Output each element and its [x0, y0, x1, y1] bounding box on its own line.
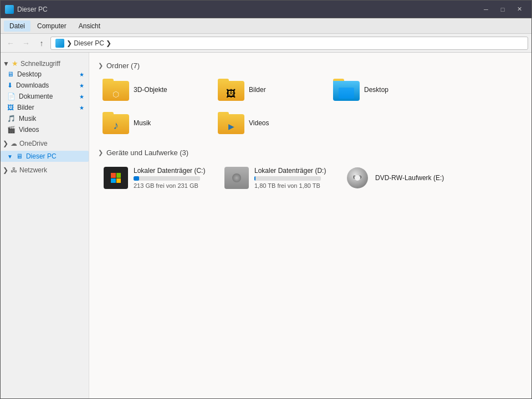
title-bar-icon: [5, 5, 14, 14]
drives-chevron: ❯: [98, 149, 103, 156]
drive-item-e[interactable]: DVD DVD-RW-Laufwerk (E:): [340, 162, 456, 193]
sidebar-musik-label: Musik: [19, 115, 36, 122]
desktop-icon: 🖥: [7, 70, 14, 78]
close-button[interactable]: ✕: [511, 4, 527, 15]
windows-logo: [111, 173, 121, 183]
sidebar-item-musik[interactable]: 🎵 Musik: [1, 113, 89, 124]
dieser-pc-label: Dieser PC: [26, 152, 57, 160]
onedrive-section: ❯ ☁ OneDrive: [1, 137, 89, 149]
window-frame: Dieser PC ─ □ ✕ Datei Computer Ansicht ←…: [0, 0, 532, 399]
dieser-pc-arrow: ▼: [7, 154, 13, 160]
maximize-button[interactable]: □: [495, 4, 510, 15]
drive-info-c: Lokaler Datenträger (C:) 213 GB frei von…: [134, 167, 205, 189]
quick-access-section: ▼ ★ Schnellzugriff 🖥 Desktop ★ ⬇ Downloa…: [1, 57, 89, 135]
drive-name-c: Lokaler Datenträger (C:): [134, 167, 205, 175]
folder-label-bilder: Bilder: [249, 86, 266, 94]
dieser-pc-section: ▼ 🖥 Dieser PC: [1, 151, 89, 162]
drive-name-e: DVD-RW-Laufwerk (E:): [375, 174, 444, 182]
sidebar-item-dieser-pc[interactable]: ▼ 🖥 Dieser PC: [1, 151, 89, 162]
forward-button[interactable]: →: [19, 37, 33, 50]
folder-icon-musik: [103, 112, 129, 134]
drives-section-header: ❯ Geräte und Laufwerke (3): [98, 149, 523, 157]
drive-item-c[interactable]: Lokaler Datenträger (C:) 213 GB frei von…: [98, 162, 214, 193]
folder-label-videos: Videos: [249, 119, 269, 127]
sidebar-bilder-label: Bilder: [17, 104, 34, 111]
quick-access-header[interactable]: ▼ ★ Schnellzugriff: [1, 57, 89, 69]
sidebar-item-videos[interactable]: 🎬 Videos: [1, 124, 89, 135]
folder-icon-videos: [218, 112, 244, 134]
sidebar-dokumente-label: Dokumente: [19, 93, 53, 100]
onedrive-label: OneDrive: [19, 140, 48, 147]
title-bar-text: Dieser PC: [17, 6, 475, 13]
drive-space-d: 1,80 TB frei von 1,80 TB: [254, 182, 326, 189]
folder-item-3d[interactable]: 3D-Objekte: [98, 75, 209, 104]
title-bar-controls: ─ □ ✕: [478, 4, 527, 15]
pin-icon-dl: ★: [79, 83, 84, 89]
drive-bar-fill-c: [134, 176, 139, 181]
pin-icon-dok: ★: [79, 94, 84, 100]
menu-item-datei[interactable]: Datei: [4, 21, 30, 32]
sidebar-videos-label: Videos: [19, 126, 39, 134]
title-bar: Dieser PC ─ □ ✕: [1, 1, 531, 18]
drive-name-d: Lokaler Datenträger (D:): [254, 167, 326, 175]
dokumente-icon: 📄: [7, 93, 16, 100]
netzwerk-header[interactable]: ❯ 🖧 Netzwerk: [1, 164, 89, 175]
quick-access-chevron: ▼: [3, 60, 9, 68]
drives-header-label: Geräte und Laufwerke (3): [106, 149, 188, 157]
onedrive-arrow: ❯: [3, 140, 8, 147]
folder-icon-desktop: [333, 79, 360, 101]
folder-grid: 3D-Objekte Bilder Desktop: [98, 75, 523, 137]
sidebar: ▼ ★ Schnellzugriff 🖥 Desktop ★ ⬇ Downloa…: [1, 53, 89, 398]
minimize-button[interactable]: ─: [478, 4, 494, 15]
drive-icon-c: [103, 166, 129, 190]
download-icon: ⬇: [7, 81, 13, 89]
address-bar: ← → ↑ ❯ Dieser PC ❯: [1, 34, 531, 53]
folders-header-label: Ordner (7): [106, 62, 140, 70]
videos-icon: 🎬: [7, 126, 16, 134]
address-path[interactable]: ❯ Dieser PC ❯: [50, 37, 528, 50]
cloud-icon: ☁: [11, 140, 17, 147]
folder-item-videos[interactable]: Videos: [213, 109, 324, 137]
folder-label-desktop: Desktop: [364, 86, 388, 94]
sidebar-item-dokumente[interactable]: 📄 Dokumente ★: [1, 91, 89, 102]
network-icon: 🖧: [11, 166, 17, 174]
folder-item-bilder[interactable]: Bilder: [213, 75, 324, 104]
drive-info-e: DVD-RW-Laufwerk (E:): [375, 174, 444, 182]
drive-bar-bg-c: [134, 176, 200, 181]
drive-item-d[interactable]: Lokaler Datenträger (D:) 1,80 TB frei vo…: [219, 162, 335, 193]
folder-item-musik[interactable]: Musik: [98, 109, 209, 137]
dvd-disc: DVD: [347, 167, 368, 188]
back-button[interactable]: ←: [4, 37, 17, 50]
onedrive-header[interactable]: ❯ ☁ OneDrive: [1, 137, 89, 149]
sidebar-item-desktop[interactable]: 🖥 Desktop ★: [1, 69, 89, 80]
folders-section-header: ❯ Ordner (7): [98, 62, 523, 70]
quick-access-label: Schnellzugriff: [21, 60, 60, 68]
sidebar-item-bilder[interactable]: 🖼 Bilder ★: [1, 102, 89, 113]
drive-grid: Lokaler Datenträger (C:) 213 GB frei von…: [98, 162, 523, 193]
sidebar-downloads-label: Downloads: [16, 81, 49, 89]
folder-icon-bilder: [218, 79, 244, 101]
drive-info-d: Lokaler Datenträger (D:) 1,80 TB frei vo…: [254, 167, 326, 189]
pc-path-icon: [55, 39, 64, 48]
drive-space-c: 213 GB frei von 231 GB: [134, 182, 205, 189]
menu-bar: Datei Computer Ansicht: [1, 18, 531, 34]
sidebar-desktop-label: Desktop: [17, 70, 42, 78]
content-area: ▼ ★ Schnellzugriff 🖥 Desktop ★ ⬇ Downloa…: [1, 53, 531, 398]
folder-label-musik: Musik: [134, 119, 151, 127]
star-icon: ★: [12, 59, 18, 68]
hdd-icon-d: [224, 167, 249, 189]
menu-item-computer[interactable]: Computer: [32, 21, 72, 32]
bilder-icon: 🖼: [7, 104, 14, 111]
musik-icon: 🎵: [7, 115, 16, 122]
folder-item-desktop[interactable]: Desktop: [329, 75, 439, 104]
up-button[interactable]: ↑: [35, 37, 48, 50]
drive-icon-d: [223, 166, 250, 190]
drive-icon-e: DVD: [344, 166, 371, 190]
sidebar-item-downloads[interactable]: ⬇ Downloads ★: [1, 80, 89, 91]
netzwerk-label: Netzwerk: [19, 166, 47, 174]
pin-icon: ★: [79, 71, 84, 78]
folder-icon-3d: [103, 79, 129, 101]
drive-bar-bg-d: [254, 176, 321, 181]
netzwerk-arrow: ❯: [3, 166, 8, 174]
menu-item-ansicht[interactable]: Ansicht: [73, 21, 106, 32]
